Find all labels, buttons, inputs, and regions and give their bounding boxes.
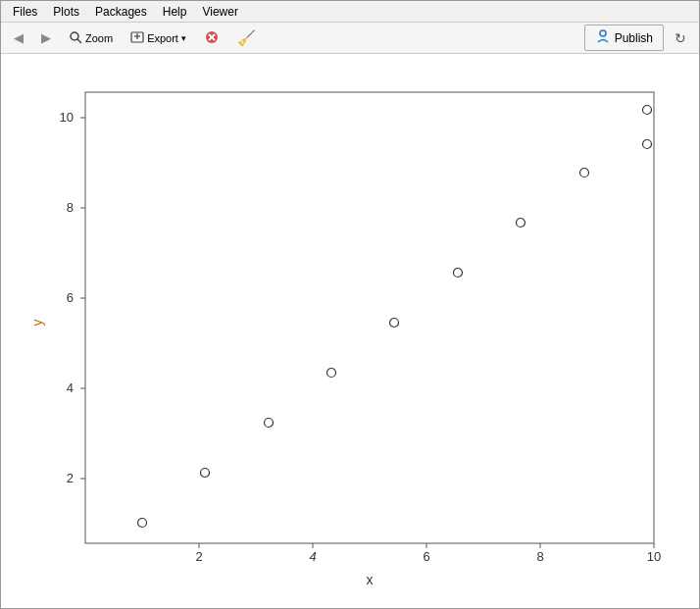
publish-button[interactable]: Publish [584,25,664,51]
clear-button[interactable] [197,25,226,51]
refresh-icon: ↻ [675,30,686,46]
data-point-4 [327,368,336,377]
svg-text:10: 10 [647,549,661,564]
data-point-5 [390,318,399,327]
menu-plots[interactable]: Plots [45,3,87,21]
data-point-10 [643,105,652,114]
svg-text:4: 4 [309,549,316,564]
svg-text:6: 6 [67,290,74,305]
svg-rect-9 [85,92,654,543]
export-icon [130,30,144,46]
toolbar: ◀ ▶ Zoom Export ▾ [1,23,699,54]
publish-icon [595,28,611,47]
svg-text:y: y [29,319,45,326]
forward-button[interactable]: ▶ [34,26,58,49]
svg-point-8 [600,30,606,36]
scatter-plot: 2 4 6 8 10 2 4 6 8 10 y x [26,73,674,592]
export-button[interactable]: Export ▾ [124,26,193,50]
data-point-9 [643,139,652,148]
menu-help[interactable]: Help [155,3,195,21]
svg-text:8: 8 [536,549,543,564]
svg-text:2: 2 [195,549,202,564]
forward-icon: ▶ [41,30,51,45]
menu-files[interactable]: Files [5,3,45,21]
svg-text:8: 8 [67,200,74,215]
data-point-2 [201,468,210,477]
svg-text:4: 4 [67,381,74,395]
svg-point-0 [71,32,78,40]
data-point-8 [580,168,589,177]
main-area: 2 4 6 8 10 2 4 6 8 10 y x [1,54,699,609]
svg-line-1 [77,39,81,43]
export-arrow-icon: ▾ [181,33,186,43]
svg-text:6: 6 [423,549,429,564]
clear-icon [204,29,220,47]
export-label: Export [147,32,178,44]
broom-button[interactable]: 🧹 [230,25,263,51]
menu-packages[interactable]: Packages [87,3,155,21]
data-point-7 [517,218,525,227]
data-point-1 [138,518,147,527]
data-point-6 [454,268,463,277]
back-icon: ◀ [14,30,24,45]
back-button[interactable]: ◀ [7,26,30,49]
data-point-3 [265,418,274,427]
zoom-icon [69,30,82,46]
svg-text:10: 10 [60,110,74,125]
refresh-button[interactable]: ↻ [668,26,693,50]
zoom-button[interactable]: Zoom [62,26,120,50]
zoom-label: Zoom [85,32,113,44]
svg-text:2: 2 [67,471,74,485]
svg-text:x: x [367,572,374,587]
menu-viewer[interactable]: Viewer [194,3,245,21]
broom-icon: 🧹 [237,29,256,47]
publish-label: Publish [615,31,653,45]
menubar: Files Plots Packages Help Viewer [1,1,699,23]
